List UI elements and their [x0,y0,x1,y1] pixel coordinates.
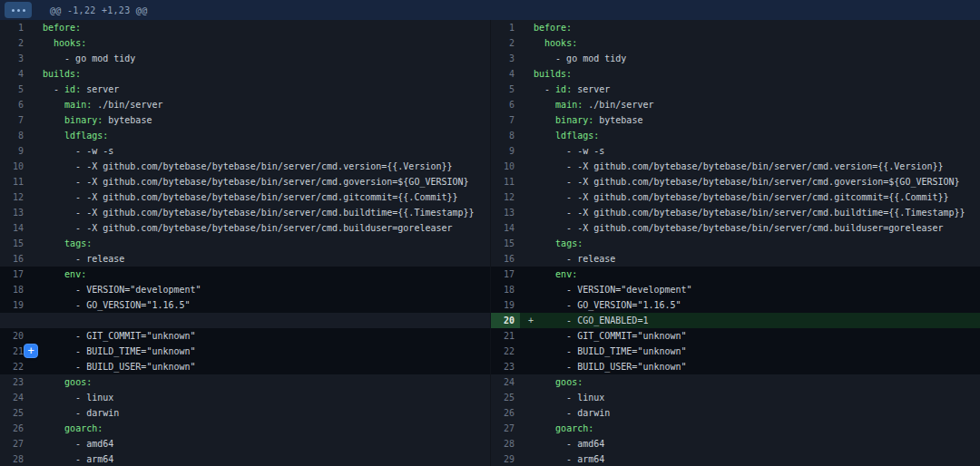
line-number[interactable]: 9 [0,143,29,159]
code-line [29,313,490,328]
line-number[interactable]: 13 [0,205,29,220]
diff-row: 18 - VERSION="development" [491,282,980,297]
line-number[interactable]: 26 [491,405,520,421]
line-number[interactable]: 21 [491,328,520,344]
code-line: - release [29,251,490,267]
line-number[interactable]: 23 [491,359,520,374]
line-number[interactable]: 1 [491,20,520,35]
line-number[interactable]: 5 [491,82,520,97]
code-line: binary: bytebase [520,112,980,128]
line-number[interactable]: 17 [491,267,520,282]
code-line: - -X github.com/bytebase/bytebase/bin/se… [29,205,490,220]
line-number[interactable]: 18 [0,282,29,297]
code-line: - -X github.com/bytebase/bytebase/bin/se… [520,220,980,236]
line-number[interactable]: 4 [491,66,520,82]
diff-row: 20 - GIT_COMMIT="unknown" [0,328,490,344]
line-number[interactable]: 7 [0,112,29,128]
code-line: - amd64 [29,436,490,451]
line-number[interactable]: 6 [0,97,29,112]
line-number[interactable]: 24 [491,374,520,390]
line-number[interactable]: 16 [0,251,29,267]
diff-row: 26 goarch: [0,421,490,436]
line-number[interactable]: 10 [0,159,29,174]
add-comment-button[interactable]: + [24,344,38,358]
line-number[interactable]: 28 [0,451,29,466]
diff-row: 12 - -X github.com/bytebase/bytebase/bin… [0,189,490,205]
line-number[interactable]: 16 [491,251,520,267]
expand-diff-button[interactable] [5,2,32,18]
line-number[interactable]: 19 [0,297,29,313]
line-number[interactable]: 14 [491,220,520,236]
diff-row: 22 - BUILD_TIME="unknown" [491,344,980,359]
line-number[interactable]: 15 [491,236,520,251]
code-line: - -X github.com/bytebase/bytebase/bin/se… [520,174,980,189]
diff-row: 2 hooks: [0,35,490,51]
code-line: tags: [29,236,490,251]
line-number[interactable]: 27 [491,421,520,436]
line-number[interactable]: 26 [0,421,29,436]
line-number[interactable]: 25 [491,390,520,405]
line-number[interactable]: 17 [0,267,29,282]
code-line: - BUILD_USER="unknown" [520,359,980,374]
diff-row: 4builds: [491,66,980,82]
code-line: - BUILD_TIME="unknown" [29,344,490,359]
line-number[interactable]: 1 [0,20,29,35]
code-line: - amd64 [520,436,980,451]
diff-row: 15 tags: [0,236,490,251]
line-number[interactable]: 8 [0,128,29,143]
line-number[interactable]: 11 [491,174,520,189]
code-line: goos: [520,374,980,390]
diff-row: 3 - go mod tidy [491,51,980,66]
line-number[interactable]: 15 [0,236,29,251]
line-number[interactable]: 29 [491,451,520,466]
line-number[interactable]: 3 [0,51,29,66]
line-number[interactable]: 11 [0,174,29,189]
line-number[interactable]: 22 [491,344,520,359]
code-line: - darwin [29,405,490,421]
line-number[interactable]: 4 [0,66,29,82]
code-line: ldflags: [29,128,490,143]
line-number[interactable]: 7 [491,112,520,128]
line-number[interactable]: 25 [0,405,29,421]
line-number[interactable]: 10 [491,159,520,174]
line-number[interactable]: 19 [491,297,520,313]
diff-row: 22 - BUILD_USER="unknown" [0,359,490,374]
code-line: - arm64 [29,451,490,466]
code-line: + - CGO_ENABLED=1 [520,313,980,328]
line-number[interactable]: 9 [491,143,520,159]
code-line: - -X github.com/bytebase/bytebase/bin/se… [29,189,490,205]
line-number[interactable]: 22 [0,359,29,374]
line-number[interactable]: 20 [491,313,520,328]
diff-row: 17 env: [491,267,980,282]
diff-view: @@ -1,22 +1,23 @@ 1before:2 hooks:3 - go… [0,0,980,466]
diff-row: 18 - VERSION="development" [0,282,490,297]
code-line: - GO_VERSION="1.16.5" [520,297,980,313]
diff-row: 6 main: ./bin/server [491,97,980,112]
line-number[interactable]: 12 [0,189,29,205]
line-number[interactable]: 12 [491,189,520,205]
line-number[interactable]: 18 [491,282,520,297]
diff-row: 16 - release [0,251,490,267]
line-number[interactable]: 28 [491,436,520,451]
line-number[interactable]: 27 [0,436,29,451]
line-number[interactable]: 5 [0,82,29,97]
line-number[interactable]: 14 [0,220,29,236]
line-number[interactable]: 23 [0,374,29,390]
diff-row: 10 - -X github.com/bytebase/bytebase/bin… [0,159,490,174]
line-number[interactable]: 2 [491,35,520,51]
code-line: - darwin [520,405,980,421]
code-line: - linux [29,390,490,405]
line-number[interactable]: 2 [0,35,29,51]
diff-row: 28 - arm64 [0,451,490,466]
line-number[interactable]: 8 [491,128,520,143]
line-number[interactable]: 6 [491,97,520,112]
diff-row: 23 - BUILD_USER="unknown" [491,359,980,374]
line-number[interactable]: 3 [491,51,520,66]
diff-row: 11 - -X github.com/bytebase/bytebase/bin… [491,174,980,189]
line-number[interactable]: 20 [0,328,29,344]
line-number[interactable]: 24 [0,390,29,405]
code-line: - -X github.com/bytebase/bytebase/bin/se… [29,174,490,189]
diff-row: 12 - -X github.com/bytebase/bytebase/bin… [491,189,980,205]
diff-row: 1before: [491,20,980,35]
line-number[interactable]: 13 [491,205,520,220]
